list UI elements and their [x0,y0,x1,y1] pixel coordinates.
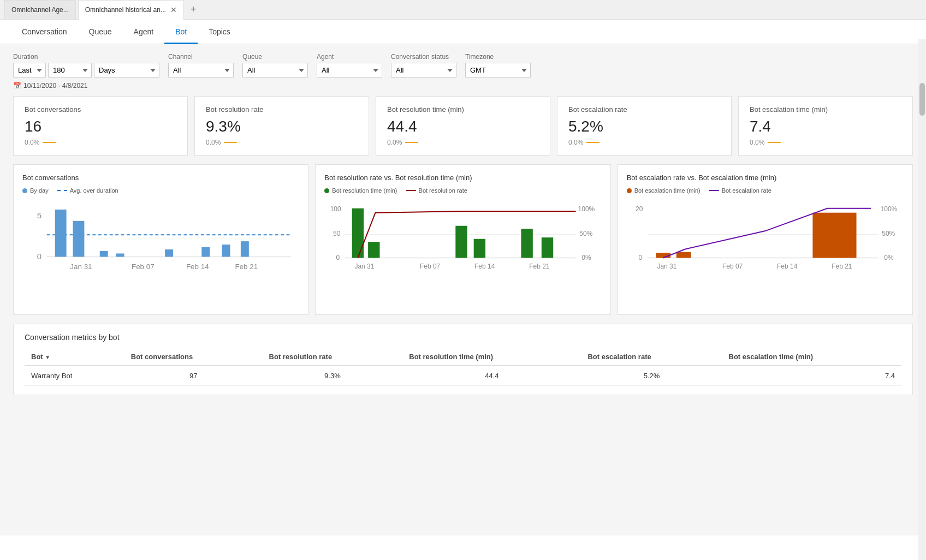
conversation-status-select[interactable]: All [391,63,456,78]
trend-line-icon-2 [224,142,237,143]
kpi-bot-escalation-rate: Bot escalation rate 5.2% 0.0% [557,96,732,156]
col-bot-resolution-time-label: Bot resolution time (min) [409,353,493,361]
bot-metrics-table: Bot ▼ Bot conversations Bot resolution r… [25,348,901,386]
col-bot-escalation-rate: Bot escalation rate [581,348,722,366]
channel-filter: Channel All [168,53,234,78]
col-bot-escalation-time-label: Bot escalation time (min) [729,353,814,361]
col-bot-conversations: Bot conversations [124,348,263,366]
esc-bar-2 [676,252,691,258]
date-range-text: 10/11/2020 - 4/8/2021 [23,82,87,90]
close-icon[interactable]: ✕ [170,5,177,14]
col-bot-resolution-rate: Bot resolution rate [263,348,403,366]
trend-line-icon-4 [586,142,599,143]
timezone-select[interactable]: GMT [465,63,531,78]
nav-tab-agent[interactable]: Agent [123,20,165,44]
kpi-bot-escalation-time-footer: 0.0% [750,139,901,146]
table-section: Conversation metrics by bot Bot ▼ Bot co… [13,324,913,395]
kpi-bot-escalation-time-change: 0.0% [750,139,764,146]
main-container: Conversation Queue Agent Bot Topics Dura… [0,20,926,560]
col-bot[interactable]: Bot ▼ [25,348,124,366]
duration-value-select[interactable]: 180 [48,63,92,78]
scrollbar-thumb[interactable] [919,83,925,116]
svg-text:Feb 14: Feb 14 [777,263,798,270]
duration-preset-select[interactable]: Last [13,63,46,78]
resolution-time-dot-icon [324,188,329,193]
legend-by-day: By day [22,187,49,194]
queue-filter: Queue All [242,53,308,78]
trend-line-icon-3 [405,142,418,143]
bar-2 [73,221,85,257]
nav-tab-bot[interactable]: Bot [164,20,198,44]
cell-bot-resolution-rate: 9.3% [263,366,403,386]
cell-bot-name: Warranty Bot [25,366,124,386]
calendar-icon: 📅 [13,82,21,90]
bar-5 [165,249,173,257]
resolution-rate-line-icon [406,190,416,191]
svg-text:Feb 21: Feb 21 [235,263,258,271]
agent-select[interactable]: All [317,63,382,78]
table-header-row: Bot ▼ Bot conversations Bot resolution r… [25,348,901,366]
cell-bot-resolution-time: 44.4 [402,366,581,386]
bot-conversations-chart-title: Bot conversations [22,174,299,182]
bot-conversations-chart: Bot conversations By day Avg. over durat… [13,164,308,315]
kpi-row: Bot conversations 16 0.0% Bot resolution… [13,96,913,156]
kpi-bot-resolution-rate-change: 0.0% [206,139,221,146]
duration-unit-select[interactable]: Days [94,63,159,78]
col-bot-label: Bot [31,353,43,361]
nav-tab-conversation[interactable]: Conversation [11,20,78,44]
bar-3 [100,251,108,257]
svg-text:50%: 50% [580,230,593,237]
legend-avg-duration: Avg. over duration [57,187,118,194]
nav-tab-topics[interactable]: Topics [198,20,241,44]
svg-text:Feb 07: Feb 07 [132,263,155,271]
kpi-bot-escalation-rate-value: 5.2% [568,118,720,135]
scrollbar-track[interactable] [918,39,926,560]
conversation-status-filter: Conversation status All [391,53,456,78]
legend-resolution-rate: Bot resolution rate [406,187,467,194]
kpi-bot-escalation-time: Bot escalation time (min) 7.4 0.0% [738,96,913,156]
legend-escalation-rate: Bot escalation rate [709,187,771,194]
table-title: Conversation metrics by bot [25,333,901,342]
svg-text:Jan 31: Jan 31 [657,263,676,270]
tab-2-label: Omnichannel historical an... [85,6,166,14]
svg-text:Feb 21: Feb 21 [832,263,852,270]
queue-select[interactable]: All [242,63,308,78]
bar-7 [222,245,230,257]
channel-select[interactable]: All [168,63,234,78]
by-day-dot-icon [22,188,27,193]
res-bar-2 [368,242,379,258]
duration-controls: Last 180 Days [13,63,159,78]
timezone-label: Timezone [465,53,531,61]
sort-icon: ▼ [45,354,50,360]
browser-tab-1[interactable]: Omnichannel Age... [4,0,76,20]
trend-line-icon-5 [768,142,781,143]
avg-duration-label: Avg. over duration [70,187,118,194]
col-bot-escalation-time: Bot escalation time (min) [722,348,902,366]
bot-conversations-svg: 5 0 Jan 31 Feb 0 [22,198,299,304]
bot-escalation-chart-title: Bot escalation rate vs. Bot escalation t… [627,174,904,182]
cell-bot-conversations: 97 [124,366,263,386]
kpi-bot-conversations: Bot conversations 16 0.0% [13,96,188,156]
agent-label: Agent [317,53,382,61]
bot-escalation-svg: 20 0 100% 50% 0% Jan 31 [627,198,904,293]
by-day-label: By day [30,187,49,194]
svg-text:Feb 07: Feb 07 [722,263,743,270]
duration-filter: Duration Last 180 Days [13,53,159,78]
nav-tab-queue[interactable]: Queue [78,20,123,44]
kpi-bot-resolution-time-value: 44.4 [387,118,539,135]
svg-text:5: 5 [37,211,41,220]
col-bot-escalation-rate-label: Bot escalation rate [587,353,651,361]
kpi-bot-escalation-rate-footer: 0.0% [568,139,720,146]
trend-line-icon [43,142,56,143]
bar-6 [201,247,210,257]
new-tab-button[interactable]: + [186,4,201,15]
kpi-bot-resolution-rate-footer: 0.0% [206,139,358,146]
queue-label: Queue [242,53,308,61]
kpi-bot-resolution-time: Bot resolution time (min) 44.4 0.0% [376,96,550,156]
svg-text:Feb 21: Feb 21 [529,263,550,270]
charts-row: Bot conversations By day Avg. over durat… [13,164,913,315]
bot-resolution-chart-title: Bot resolution rate vs. Bot resolution t… [324,174,601,182]
escalation-time-label: Bot escalation time (min) [634,187,701,194]
browser-tab-2[interactable]: Omnichannel historical an... ✕ [78,0,184,20]
resolution-rate-label: Bot resolution rate [419,187,467,194]
